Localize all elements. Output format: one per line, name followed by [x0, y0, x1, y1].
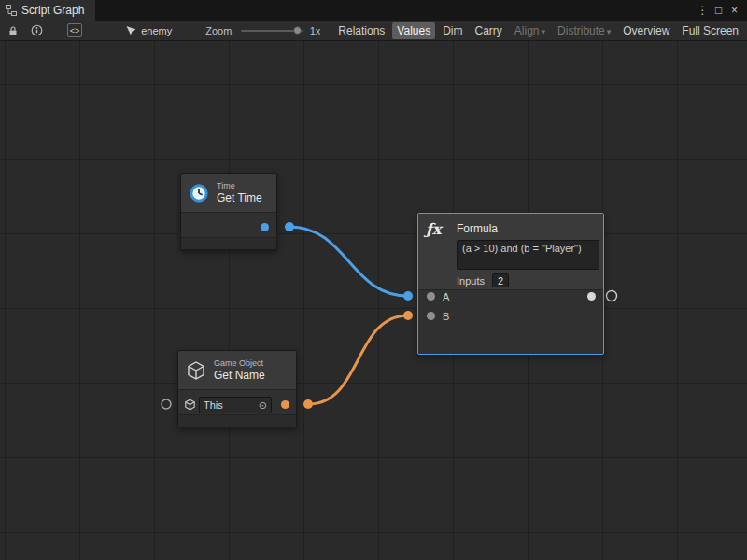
node-get-name-header: Game Object Get Name [178, 351, 296, 390]
zoom-value: 1x [310, 25, 321, 36]
node-footer [178, 414, 296, 427]
graph-toolbar: <> enemy Zoom 1x Relations Values Dim Ca… [0, 21, 747, 41]
get-name-input-port-ring[interactable] [162, 399, 171, 409]
node-get-time-header: Time Get Time [181, 174, 276, 213]
overview-button[interactable]: Overview [618, 22, 674, 39]
relations-button[interactable]: Relations [333, 22, 389, 39]
formula-output-port[interactable] [587, 292, 596, 301]
zoom-label: Zoom [205, 25, 232, 36]
menu-icon[interactable]: ⋮ [695, 0, 711, 21]
node-get-name-titles: Game Object Get Name [214, 358, 265, 383]
wire-get-time-to-formula[interactable] [289, 227, 408, 296]
align-button[interactable]: Align▾ [510, 22, 550, 39]
get-name-target-value: This [204, 399, 223, 411]
graph-breadcrumb: enemy [125, 25, 172, 36]
formula-fx-icon: ƒx [426, 220, 448, 238]
graph-pointer-icon [125, 25, 136, 36]
node-formula-header: ƒx Formula (a > 10) and (b = "Player") I… [418, 214, 603, 290]
wire-endpoint [403, 291, 413, 301]
info-icon[interactable] [31, 22, 43, 39]
zoom-slider-handle[interactable] [293, 26, 302, 35]
node-title: Get Name [214, 369, 265, 383]
graph-name: enemy [141, 25, 172, 36]
cube-icon [184, 399, 196, 411]
toolbar-buttons: Relations Values Dim Carry Align▾ Distri… [333, 22, 743, 39]
wire-endpoint [303, 399, 313, 409]
get-time-output-port[interactable] [261, 223, 269, 231]
get-name-output-port[interactable] [281, 400, 289, 409]
node-category: Game Object [214, 358, 265, 369]
node-get-time[interactable]: Time Get Time [180, 173, 277, 250]
maximize-icon[interactable]: □ [711, 0, 726, 21]
window-title: Script Graph [21, 4, 84, 17]
dim-button[interactable]: Dim [438, 22, 467, 39]
formula-input-a-label: A [443, 291, 449, 303]
wire-layer [0, 41, 747, 560]
lock-icon[interactable] [7, 22, 19, 39]
window-controls: ⋮ □ × [695, 0, 747, 21]
values-button[interactable]: Values [392, 22, 435, 39]
formula-inputs-label: Inputs [457, 275, 485, 287]
formula-expression-field[interactable]: (a > 10) and (b = "Player") [457, 240, 599, 270]
chevron-down-icon: ▾ [542, 27, 546, 36]
node-category: Time [217, 181, 262, 191]
script-graph-icon [6, 5, 17, 16]
node-title: Get Time [217, 191, 262, 205]
carry-button[interactable]: Carry [471, 22, 507, 39]
clock-icon [189, 183, 209, 203]
cube-icon [186, 360, 206, 381]
node-title: Formula [457, 222, 498, 236]
formula-input-b-label: B [443, 311, 449, 323]
formula-output-port-ring[interactable] [607, 291, 617, 301]
node-formula[interactable]: ƒx Formula (a > 10) and (b = "Player") I… [417, 213, 604, 355]
titlebar: Script Graph ⋮ □ × [0, 0, 747, 21]
formula-input-a-port[interactable] [427, 292, 435, 301]
node-get-name[interactable]: Game Object Get Name This ⊙ [177, 350, 297, 427]
close-icon[interactable]: × [726, 0, 742, 21]
distribute-button[interactable]: Distribute▾ [553, 22, 615, 39]
wire-endpoint [403, 311, 413, 320]
node-footer [181, 237, 276, 249]
wire-endpoint [285, 222, 294, 231]
chevron-down-icon: ▾ [607, 27, 612, 36]
graph-canvas[interactable]: Time Get Time ƒx Formula (a > 10) and (b… [0, 41, 747, 560]
formula-inputs-count-field[interactable]: 2 [492, 273, 509, 287]
formula-input-b-port[interactable] [427, 312, 435, 320]
wire-get-name-to-formula[interactable] [308, 315, 408, 404]
node-get-time-titles: Time Get Time [217, 181, 262, 205]
script-graph-window: Script Graph ⋮ □ × <> enem [0, 0, 747, 560]
full-screen-button[interactable]: Full Screen [677, 22, 743, 39]
zoom-slider[interactable] [241, 30, 302, 32]
get-name-target-field[interactable]: This ⊙ [199, 397, 272, 413]
code-view-icon[interactable]: <> [67, 23, 82, 37]
tab-script-graph[interactable]: Script Graph [0, 0, 95, 21]
object-picker-icon[interactable]: ⊙ [259, 399, 267, 412]
